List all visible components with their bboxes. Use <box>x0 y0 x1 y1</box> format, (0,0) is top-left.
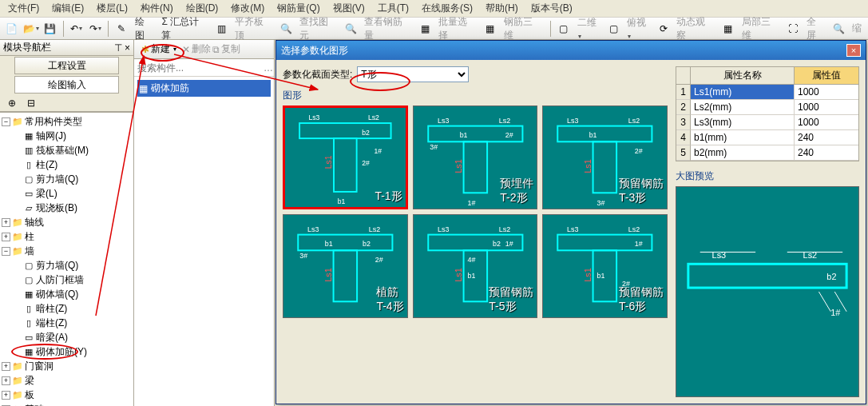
tree-expander[interactable]: + <box>2 362 10 371</box>
tree-item[interactable]: 柱(Z) <box>36 158 57 171</box>
sigma-label[interactable]: Σ 汇总计算 <box>158 15 211 42</box>
shape-thumb-t2[interactable]: Ls3Ls23#b12#1#Ls1 预埋件 T-2形 <box>413 105 538 209</box>
new-doc-icon[interactable]: 📄 <box>3 20 21 38</box>
local3d-icon[interactable]: ▦ <box>719 20 737 38</box>
param-type-select[interactable]: T形 <box>357 66 469 82</box>
menu-edit[interactable]: 编辑(E) <box>47 0 89 17</box>
tree-item[interactable]: 梁(L) <box>36 187 57 200</box>
tree-item[interactable]: 轴网(J) <box>36 129 66 142</box>
shape-thumb-t3[interactable]: Ls3Ls2b12#3#Ls1 预留钢筋 T-3形 <box>542 105 668 209</box>
close-panel-icon[interactable]: × <box>125 42 130 54</box>
search-clear-icon[interactable]: … <box>260 62 276 74</box>
shape-thumb-t4[interactable]: Ls3Ls23#b1b22#Ls1 植筋 T-4形 <box>283 214 408 318</box>
beam-icon: ▭ <box>23 188 34 199</box>
tree-item[interactable]: 人防门框墙 <box>36 273 84 286</box>
orbit-label[interactable]: 动态观察 <box>673 15 717 42</box>
redo-icon[interactable]: ↷ <box>86 20 104 38</box>
pin-icon[interactable]: ⊤ <box>114 42 122 54</box>
tree-node[interactable]: 板 <box>25 388 34 401</box>
tree-item[interactable]: 现浇板(B) <box>36 201 77 214</box>
prop-row[interactable]: 3Ls3(mm)1000 <box>676 115 858 130</box>
tb-icon-0[interactable]: ▥ <box>212 20 230 38</box>
tb-item-2[interactable]: 查看钢筋量 <box>361 15 414 42</box>
tree-expand-icon[interactable]: ⊕ <box>3 94 21 112</box>
dialog-titlebar[interactable]: 选择参数化图形 × <box>276 41 866 60</box>
tree-item[interactable]: 暗柱(Z) <box>36 302 67 315</box>
top-icon[interactable]: ▢ <box>604 20 622 38</box>
prop-row[interactable]: 2Ls2(mm)1000 <box>676 100 858 115</box>
list-item-selected[interactable]: ▦ 砌体加筋 <box>137 80 271 97</box>
tree-item-masonry-reinf[interactable]: 砌体加筋(Y) <box>36 345 87 358</box>
prop-row[interactable]: 1Ls1(mm)1000 <box>676 85 858 100</box>
svg-text:1#: 1# <box>635 240 643 248</box>
tree-node[interactable]: 基础 <box>25 403 44 406</box>
shape-thumb-t6[interactable]: Ls3Ls21#b12#Ls1 预留钢筋 T-6形 <box>542 214 668 318</box>
tb-icon-4[interactable]: ▦ <box>482 20 499 38</box>
copy-button[interactable]: 复制 <box>221 42 240 56</box>
copy-icon[interactable]: ⧉ <box>212 44 220 55</box>
tree-collapse-icon[interactable]: ⊟ <box>22 94 40 112</box>
property-table[interactable]: 属性名称 属性值 1Ls1(mm)1000 2Ls2(mm)1000 3Ls3(… <box>676 66 859 161</box>
tab-project-settings[interactable]: 工程设置 <box>14 57 119 74</box>
tab-draw-input[interactable]: 绘图输入 <box>14 76 119 94</box>
save-icon[interactable]: 💾 <box>42 20 59 38</box>
tree-node[interactable]: 门窗洞 <box>25 360 54 372</box>
tree-item[interactable]: 剪力墙(Q) <box>36 259 78 272</box>
tb-item-1[interactable]: 查找图元 <box>296 15 340 42</box>
tree-item[interactable]: 筏板基础(M) <box>36 144 89 157</box>
menu-floor[interactable]: 楼层(L) <box>92 0 133 17</box>
nav-panel-title: 模块导航栏 <box>3 41 51 54</box>
tree-expander[interactable]: + <box>2 376 10 385</box>
zoom-icon[interactable]: 🔍 <box>830 20 847 38</box>
shape-thumb-t1[interactable]: Ls3Ls2b21#2#b1Ls1 T-1形 <box>283 105 408 209</box>
tree-item[interactable]: 砌体墙(Q) <box>36 288 78 301</box>
tree-expander[interactable]: + <box>2 218 10 227</box>
new-button[interactable]: ✱ 新建 ▾ <box>137 41 180 58</box>
tree-toolbar: ⊕ ⊟ <box>0 94 133 112</box>
tree-node-axis[interactable]: 轴线 <box>25 216 44 229</box>
tb-icon-3[interactable]: ▦ <box>417 20 434 38</box>
tree-item[interactable]: 端柱(Z) <box>36 316 67 329</box>
tree-expander[interactable]: + <box>2 233 10 241</box>
svg-text:Ls3: Ls3 <box>438 117 449 125</box>
tree-item[interactable]: 暗梁(A) <box>36 331 68 344</box>
tb-item-4[interactable]: 钢筋三维 <box>501 15 545 42</box>
view2d-label[interactable]: 二维 <box>574 16 604 41</box>
close-button[interactable]: × <box>846 44 861 57</box>
zoom-label[interactable]: 缩 <box>849 22 865 35</box>
draw-label[interactable]: 绘图 <box>132 15 157 42</box>
local3d-label[interactable]: 局部三维 <box>739 15 783 42</box>
shape-thumb-t5[interactable]: Ls3Ls21#4#b1b2Ls1 预留钢筋 T-5形 <box>413 214 538 318</box>
fullscreen-icon[interactable]: ⛶ <box>784 20 802 38</box>
delete-button[interactable]: 删除 <box>192 42 211 56</box>
orbit-icon[interactable]: ⟳ <box>655 20 672 38</box>
top-label[interactable]: 俯视 <box>624 16 653 41</box>
tree-node[interactable]: 梁 <box>25 374 34 387</box>
svg-text:b1: b1 <box>325 240 333 248</box>
component-list[interactable]: ▦ 砌体加筋 <box>134 77 274 406</box>
tree-node-column[interactable]: 柱 <box>25 230 34 243</box>
view2d-icon[interactable]: ▢ <box>555 20 573 38</box>
open-icon[interactable]: 📂 <box>22 20 40 38</box>
folder-icon: 📁 <box>12 231 23 242</box>
fullscreen-label[interactable]: 全屏 <box>803 15 829 42</box>
tree-expander[interactable]: − <box>2 117 10 126</box>
component-tree[interactable]: −📁常用构件类型 ▦轴网(J) ▥筏板基础(M) ▯柱(Z) ▢剪力墙(Q) ▭… <box>0 112 133 406</box>
undo-icon[interactable]: ↶ <box>67 20 85 38</box>
prop-row[interactable]: 4b1(mm)240 <box>676 130 858 145</box>
delete-icon[interactable]: ✕ <box>182 44 190 55</box>
tree-item[interactable]: 剪力墙(Q) <box>36 173 78 185</box>
menu-file[interactable]: 文件(F) <box>3 0 44 17</box>
tree-expander[interactable]: − <box>2 247 10 256</box>
tree-node-common[interactable]: 常用构件类型 <box>25 115 82 128</box>
draw-icon[interactable]: ✎ <box>113 20 130 38</box>
tb-icon-1[interactable]: 🔍 <box>278 20 295 38</box>
svg-text:b2: b2 <box>826 272 836 281</box>
search-input[interactable] <box>134 61 260 75</box>
tree-expander[interactable]: + <box>2 391 10 400</box>
tb-item-3[interactable]: 批量选择 <box>435 15 479 42</box>
tb-item-0[interactable]: 平齐板顶 <box>232 15 275 42</box>
tree-node-wall[interactable]: 墙 <box>25 245 34 257</box>
tb-icon-2[interactable]: 🔍 <box>343 20 360 38</box>
prop-row[interactable]: 5b2(mm)240 <box>676 145 858 161</box>
